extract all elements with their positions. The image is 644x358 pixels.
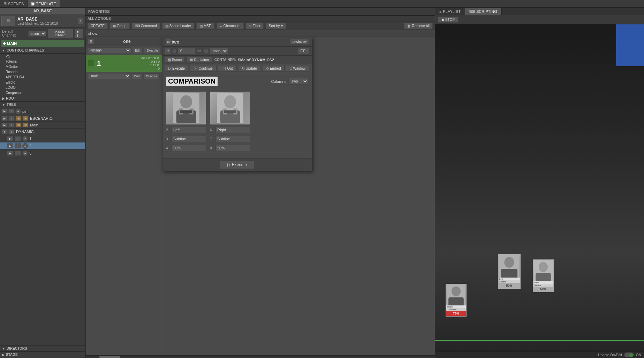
tab-template[interactable]: ▣ TEMPLATE [28, 0, 60, 7]
scene-one-execute-btn[interactable]: Execute [144, 48, 160, 53]
container-tab-btn[interactable]: ⊞ Container [187, 57, 212, 63]
command-button[interactable]: ⌨ Command [132, 23, 160, 29]
field-input-subline-right[interactable] [215, 136, 250, 142]
channel-monitor[interactable]: MOnitor [0, 64, 85, 69]
scene-one-channel-select[interactable]: <main> [87, 47, 131, 53]
channel-electo[interactable]: Electo [0, 80, 85, 85]
scenes-icon: ⊞ [3, 1, 7, 6]
dynamic-child-1[interactable]: ▶ ↕ ● 1 [0, 135, 85, 142]
channel-totems[interactable]: Totems [0, 59, 85, 64]
main-icon: ◆ [3, 41, 6, 46]
top-bar: ⊞ SCENES ▣ TEMPLATE [0, 0, 644, 8]
scene-one-bottom-edit[interactable]: Edit [132, 73, 142, 79]
execute-footer-btn[interactable]: ▷ Execute [220, 161, 254, 169]
group-icon: ⊞ [113, 24, 116, 28]
execute-action-btn[interactable]: ▷ Execute [165, 65, 189, 72]
out-action-btn[interactable]: →| Out [218, 65, 237, 72]
window-action-btn[interactable]: □ Window [286, 65, 309, 72]
window2-icon: □ [290, 67, 292, 70]
timer-input[interactable] [178, 48, 195, 54]
scene-one-bottom-exec[interactable]: Execute [143, 73, 160, 79]
tree-header[interactable]: ▼ TREE [0, 102, 85, 108]
reset-stage-button[interactable]: RESET STAGE [48, 29, 73, 38]
embed-action-btn[interactable]: ⊹ Embed [262, 65, 285, 72]
tab-playlist[interactable]: ≡ PLAYLIST [435, 8, 465, 15]
scene-chart-icon [88, 60, 95, 67]
tree-item-pin[interactable]: ▶ ↕ ● pin [0, 108, 85, 115]
scene-one-edit-btn[interactable]: Edit [132, 48, 143, 53]
gpi-button[interactable]: GPI [297, 48, 310, 54]
ar-base-upload-btn[interactable]: ↑ [77, 18, 84, 24]
field-input-pct-left[interactable] [172, 145, 206, 151]
svg-rect-20 [536, 273, 551, 281]
scene-one-controls: <main> Edit Execute [86, 46, 162, 55]
root-label: ROOT [6, 96, 16, 100]
scene-area-main: ⊞ two □ Window ⏱ ms n [162, 37, 435, 355]
directors-header[interactable]: ▼ DIRECTORS [0, 345, 85, 352]
dc3-icon1: ▶ [7, 151, 13, 156]
columns-select[interactable]: Two One Three [288, 78, 308, 85]
default-channel-select[interactable]: main [28, 31, 46, 37]
root-header[interactable]: ▶ ROOT [0, 95, 85, 102]
update-toggle[interactable] [624, 352, 634, 357]
ar-base-title: AR_BASE [17, 17, 58, 22]
escenario-icons: ▶ ↕ ⊞ ⊠ [1, 116, 29, 121]
main-label: MAIN [7, 41, 17, 46]
update-action-btn[interactable]: ↻ Update [238, 65, 261, 72]
field-num-7: 7 [210, 137, 214, 141]
field-input-left[interactable] [172, 127, 206, 133]
channel-congreso[interactable]: Congreso [0, 90, 85, 95]
dynamic-child-3[interactable]: ▶ ↕ ● 3 [0, 150, 85, 157]
field-left-2: 2 [166, 126, 206, 134]
tree-label: TREE [7, 103, 16, 107]
center-scrollbar[interactable] [85, 355, 435, 358]
dialog-two-window-btn[interactable]: □ Window [290, 39, 309, 45]
scroll-thumb[interactable] [99, 356, 120, 358]
filter-button[interactable]: ▽ Filter [246, 23, 264, 29]
tab-scenes[interactable]: ⊞ SCENES [0, 0, 28, 7]
preview-area: Single Candidate 75% [435, 24, 644, 351]
group-button[interactable]: ⊞ Group [110, 23, 130, 29]
stop-icon: ■ [442, 18, 444, 22]
remove-all-button[interactable]: 🗑 Remove All [404, 23, 433, 29]
mse-button[interactable]: ▤ MSE [196, 23, 214, 29]
sort-icon: ▾ [281, 24, 283, 28]
channel-vs[interactable]: VS [0, 54, 85, 59]
esc-icon3: ⊞ [15, 116, 22, 121]
stop-button[interactable]: ■ STOP [438, 17, 459, 23]
continue-action-btn[interactable]: ▷| Continue [190, 65, 217, 72]
dc3-label: 3 [29, 151, 31, 155]
tree-item-escenario[interactable]: ▶ ↕ ⊞ ⊠ ESCENARIO [0, 115, 85, 122]
left-person-svg [172, 93, 200, 123]
pin-icon3: ● [15, 109, 21, 114]
control-channels-header[interactable]: ▼ CONTROL CHANNELS [0, 47, 85, 54]
embed-icon: ⊹ [266, 67, 269, 70]
field-input-subline-left[interactable] [172, 136, 206, 142]
tree-item-dynamic[interactable]: ▼ ↕ DYNAMIC [0, 129, 85, 135]
stage-header[interactable]: ▶ STAGE [0, 352, 85, 358]
stop-bar: ■ STOP [435, 15, 644, 24]
dynamic-child-2[interactable]: ▶ ↕ ● 2 [0, 142, 85, 150]
scene-tab-btn[interactable]: ▤ Scene [165, 57, 185, 63]
right-card-label: Right [533, 281, 553, 284]
channel-logo[interactable]: LOGO [0, 85, 85, 90]
field-input-pct-right[interactable] [215, 145, 250, 151]
channel-select[interactable]: none [210, 48, 228, 54]
dc3-icon3: ● [22, 150, 28, 156]
tab-scripting[interactable]: ⌨ SCRIPTING [465, 8, 502, 15]
channel-rosada[interactable]: Rosada [0, 69, 85, 75]
scene-loader-button[interactable]: ▤ Scene Loader [162, 23, 194, 29]
ar-base-date: Last Modified: 15-12-2019 [17, 22, 58, 25]
pin-icons: ▶ ↕ ● [1, 109, 21, 114]
create-button[interactable]: CREATE [88, 23, 108, 29]
chroma-key-button[interactable]: ▽ Chroma ke [217, 23, 244, 29]
update-bar: Update On-Edit ON [435, 351, 644, 358]
channel-abertura[interactable]: ABERTURA [0, 75, 85, 80]
scene-one-bottom-select[interactable]: main [88, 73, 130, 79]
main-icon3: ⊞ [15, 123, 22, 127]
sort-by-button[interactable]: Sort by ▾ [266, 23, 286, 29]
update-icon: ↻ [242, 67, 245, 70]
field-input-right[interactable] [215, 127, 250, 133]
dc3-icon2: ↕ [15, 151, 21, 156]
tree-item-main[interactable]: ▶ ↕ ⊞ ⊠ Main [0, 122, 85, 129]
